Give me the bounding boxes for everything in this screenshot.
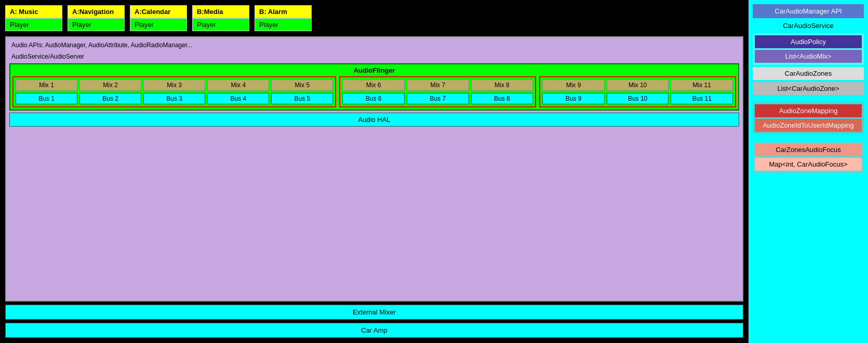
audio-hal-box: Audio HAL bbox=[9, 113, 739, 127]
bus-row-1: Bus 1 Bus 2 Bus 3 Bus 4 Bus 5 bbox=[16, 93, 333, 104]
list-audio-mix: List<AudioMix> bbox=[755, 50, 862, 63]
bus-4: Bus 4 bbox=[207, 93, 269, 104]
right-panel: CarAudioManager API CarAudioService Audi… bbox=[749, 0, 868, 343]
audio-api-label: Audio APIs: AudioManager, AudioAttribute… bbox=[9, 40, 739, 50]
car-audio-zones: CarAudioZones bbox=[753, 67, 864, 80]
architecture-box: Audio APIs: AudioManager, AudioAttribute… bbox=[5, 36, 743, 301]
audio-zone-mapping-section: AudioZoneMapping AudioZoneIdToUserIdMapp… bbox=[753, 102, 864, 134]
car-zones-audio-focus-section: CarZonesAudioFocus Map<int, CarAudioFocu… bbox=[753, 141, 864, 173]
bus-row-3: Bus 9 Bus 10 Bus 11 bbox=[542, 93, 733, 104]
mix-8: Mix 8 bbox=[471, 79, 533, 91]
audio-policy: AudioPolicy bbox=[755, 35, 862, 48]
app-media-player: Player bbox=[192, 18, 249, 31]
left-panel: A: Music Player A:Navigation Player A:Ca… bbox=[0, 0, 749, 343]
mix-row-2: Mix 6 Mix 7 Mix 8 bbox=[342, 79, 533, 91]
mix-3: Mix 3 bbox=[143, 79, 205, 91]
app-alarm-label: B: Alarm bbox=[255, 5, 312, 18]
bus-9: Bus 9 bbox=[542, 93, 605, 104]
car-amp-box: Car Amp bbox=[5, 323, 743, 338]
mix-6: Mix 6 bbox=[342, 79, 405, 91]
audio-flinger-area: AudioFlinger Mix 1 Mix 2 Mix 3 Mix 4 Mix… bbox=[9, 63, 739, 111]
mix-4: Mix 4 bbox=[207, 79, 269, 91]
external-mixer-box: External Mixer bbox=[5, 305, 743, 320]
mix-5: Mix 5 bbox=[271, 79, 333, 91]
app-calendar-label: A:Calendar bbox=[130, 5, 187, 18]
app-block-media: B:Media Player bbox=[192, 5, 249, 31]
audio-flinger-label: AudioFlinger bbox=[12, 66, 736, 74]
car-audio-manager-api: CarAudioManager API bbox=[753, 4, 864, 18]
mix-2: Mix 2 bbox=[79, 79, 141, 91]
app-navigation-label: A:Navigation bbox=[68, 5, 125, 18]
zones-row: Mix 1 Mix 2 Mix 3 Mix 4 Mix 5 Bus 1 Bus … bbox=[12, 76, 736, 107]
app-music-label: A: Music bbox=[5, 5, 62, 18]
app-media-label: B:Media bbox=[192, 5, 249, 18]
mix-1: Mix 1 bbox=[16, 79, 77, 91]
car-audio-service-label: CarAudioService bbox=[753, 20, 864, 31]
mix-7: Mix 7 bbox=[407, 79, 469, 91]
app-calendar-player: Player bbox=[130, 18, 187, 31]
bus-11: Bus 11 bbox=[671, 93, 733, 104]
audio-zone-id-to-user-id: AudioZoneIdToUserIdMapping bbox=[755, 119, 862, 132]
mix-row-3: Mix 9 Mix 10 Mix 11 bbox=[542, 79, 733, 91]
bus-3: Bus 3 bbox=[143, 93, 205, 104]
zone-box-3: Mix 9 Mix 10 Mix 11 Bus 9 Bus 10 Bus 11 bbox=[539, 76, 736, 107]
app-block-music: A: Music Player bbox=[5, 5, 62, 31]
bus-row-2: Bus 6 Bus 7 Bus 8 bbox=[342, 93, 533, 104]
bus-7: Bus 7 bbox=[407, 93, 469, 104]
app-navigation-player: Player bbox=[68, 18, 125, 31]
app-block-alarm: B: Alarm Player bbox=[255, 5, 312, 31]
zone-box-2: Mix 6 Mix 7 Mix 8 Bus 6 Bus 7 Bus 8 bbox=[339, 76, 536, 107]
mix-row-1: Mix 1 Mix 2 Mix 3 Mix 4 Mix 5 bbox=[16, 79, 333, 91]
mix-11: Mix 11 bbox=[671, 79, 733, 91]
zone-box-1: Mix 1 Mix 2 Mix 3 Mix 4 Mix 5 Bus 1 Bus … bbox=[12, 76, 336, 107]
bus-1: Bus 1 bbox=[16, 93, 77, 104]
car-zones-audio-focus: CarZonesAudioFocus bbox=[755, 143, 862, 156]
bus-5: Bus 5 bbox=[271, 93, 333, 104]
app-music-player: Player bbox=[5, 18, 62, 31]
bus-6: Bus 6 bbox=[342, 93, 405, 104]
app-row: A: Music Player A:Navigation Player A:Ca… bbox=[5, 5, 743, 31]
map-car-audio-focus: Map<int, CarAudioFocus> bbox=[755, 158, 862, 171]
audio-server-label: AudioService/AudioServer bbox=[9, 52, 739, 61]
mix-10: Mix 10 bbox=[607, 79, 669, 91]
bus-8: Bus 8 bbox=[471, 93, 533, 104]
bus-10: Bus 10 bbox=[607, 93, 669, 104]
bus-2: Bus 2 bbox=[79, 93, 141, 104]
app-block-calendar: A:Calendar Player bbox=[130, 5, 187, 31]
list-car-audio-zone: List<CarAudioZone> bbox=[753, 82, 864, 95]
audio-policy-section: AudioPolicy List<AudioMix> bbox=[753, 33, 864, 65]
audio-zone-mapping: AudioZoneMapping bbox=[755, 104, 862, 117]
app-alarm-player: Player bbox=[255, 18, 312, 31]
mix-9: Mix 9 bbox=[542, 79, 605, 91]
app-block-navigation: A:Navigation Player bbox=[68, 5, 125, 31]
